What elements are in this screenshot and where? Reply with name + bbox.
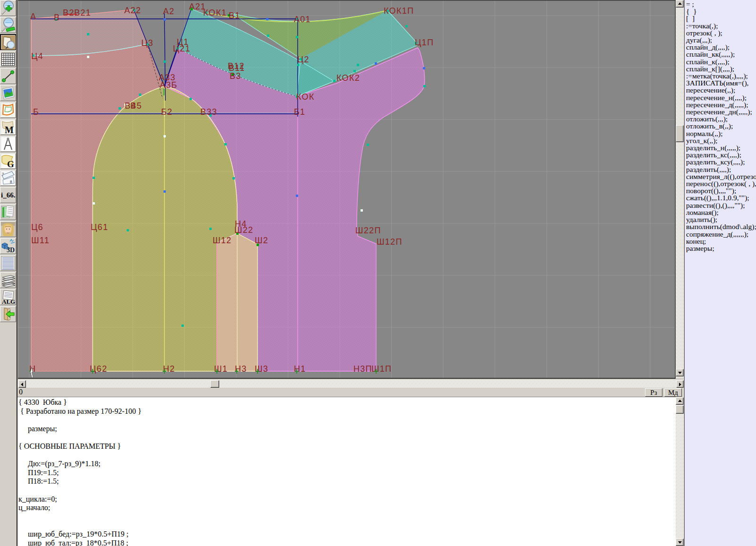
svg-text:Н2: Н2 <box>163 364 175 374</box>
svg-text:Ц6: Ц6 <box>31 222 43 232</box>
svg-text:Ц1П: Ц1П <box>415 38 434 47</box>
svg-text:Ц2: Ц2 <box>297 55 309 64</box>
svg-text:В3: В3 <box>230 71 241 81</box>
svg-text:Ш1: Ш1 <box>214 364 228 374</box>
svg-text:КОК1П: КОК1П <box>384 6 414 16</box>
svg-text:КОК2: КОК2 <box>336 73 360 83</box>
svg-text:А01: А01 <box>294 15 311 24</box>
svg-text:Ц61: Ц61 <box>91 222 108 232</box>
svg-text:Ц3: Ц3 <box>141 38 154 48</box>
svg-text:КОК1: КОК1 <box>203 8 227 17</box>
svg-text:Ш11: Ш11 <box>31 236 50 245</box>
svg-text:G: G <box>7 159 14 169</box>
svg-text:В33: В33 <box>200 107 217 117</box>
svg-text:В: В <box>54 13 60 22</box>
svg-text:КОК: КОК <box>296 92 315 102</box>
svg-text:3D: 3D <box>7 247 15 254</box>
svg-text:M: M <box>5 125 14 135</box>
svg-text:Ш2: Ш2 <box>255 236 268 245</box>
svg-text:В21: В21 <box>74 8 91 17</box>
svg-text:Ш22: Ш22 <box>234 225 253 235</box>
svg-text:В2: В2 <box>63 8 75 17</box>
svg-text:Б: Б <box>33 107 39 117</box>
svg-text:А: А <box>30 12 36 21</box>
svg-text:Н1: Н1 <box>294 364 306 374</box>
svg-text:Ш22П: Ш22П <box>355 226 381 235</box>
svg-text:Б2: Б2 <box>161 107 172 117</box>
svg-text:Ш1П: Ш1П <box>371 364 392 374</box>
svg-text:В1: В1 <box>229 11 241 20</box>
svg-text:8: 8 <box>10 179 12 184</box>
svg-text:А3Б: А3Б <box>160 80 178 90</box>
svg-text:Н3П: Н3П <box>353 364 372 374</box>
svg-text:Ш3: Ш3 <box>255 364 268 374</box>
svg-text:Б1: Б1 <box>294 107 305 117</box>
svg-text:Ц21: Ц21 <box>173 44 190 53</box>
svg-text:Ц4: Ц4 <box>31 51 43 61</box>
svg-text:В5: В5 <box>130 101 142 111</box>
svg-text:ALG: ALG <box>2 298 15 305</box>
svg-text:Ш12: Ш12 <box>213 236 232 245</box>
svg-text:i_66.: i_66. <box>1 191 16 199</box>
svg-text:А2: А2 <box>163 7 175 16</box>
svg-text:Ш12П: Ш12П <box>377 237 403 247</box>
svg-text:А22: А22 <box>124 6 141 15</box>
svg-text:7: 7 <box>2 172 4 177</box>
